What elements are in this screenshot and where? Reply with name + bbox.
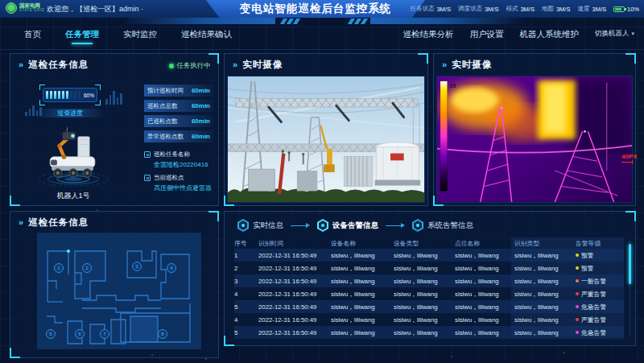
panel-header: » 巡检任务信息 bbox=[10, 212, 218, 233]
current-point-label: 当前巡检点 bbox=[154, 174, 184, 182]
table-row[interactable]: 3 2022-12-31 16:50:49 sisiwu，liliwang si… bbox=[234, 274, 624, 287]
alarm-level-cell: 预警 bbox=[576, 251, 624, 260]
current-point-value: 高压侧中性点避雷器 bbox=[154, 184, 217, 192]
nav-right-group: 巡检结果分析 用户设置 机器人系统维护 切换机器人 ▾ bbox=[402, 18, 634, 50]
table-cell: sisiwu，liliwang bbox=[331, 303, 394, 311]
scrollbar-thumb[interactable] bbox=[629, 244, 631, 284]
chevron-down-icon: ▾ bbox=[631, 31, 634, 37]
robot-name: 机器人1号 bbox=[22, 191, 125, 201]
nav-slashes-right bbox=[349, 19, 366, 24]
top-header-bar: 国家电网 STATE GRID 欢迎您，【巡检一区】admin · 变电站智能巡… bbox=[0, 0, 644, 18]
nav-item-robot-maintenance[interactable]: 机器人系统维护 bbox=[519, 18, 579, 50]
nav-item-home[interactable]: 首页 bbox=[24, 18, 41, 50]
panel-title: 实时摄像 bbox=[242, 59, 283, 71]
table-row[interactable]: 4 2022-12-31 16:50:49 sisiwu，liliwang si… bbox=[234, 313, 624, 326]
battery-percent: 10% bbox=[627, 6, 639, 13]
table-row[interactable]: 4 2022-12-31 16:50:49 sisiwu，liliwang si… bbox=[234, 287, 624, 300]
nav-item-result-analysis[interactable]: 巡检结果分析 bbox=[402, 18, 453, 50]
table-cell: 2 bbox=[234, 265, 258, 272]
stat-row: 异常巡检点数 60min bbox=[144, 130, 213, 142]
battery-icon bbox=[613, 6, 625, 12]
status-item: 模式 3M/S bbox=[506, 5, 535, 13]
clipboard-icon bbox=[144, 151, 151, 158]
alarm-level-cell: 严重告警 bbox=[576, 290, 624, 299]
camera-feed-thermal: 29 bbox=[436, 76, 633, 203]
tab-system-alarm-info[interactable]: 系统告警信息 bbox=[412, 219, 473, 232]
table-cell: 2022-12-31 16:50:49 bbox=[258, 303, 331, 311]
tab-device-alarm-info[interactable]: 设备告警信息 bbox=[317, 219, 378, 232]
thermal-camera-panel: » 实时摄像 bbox=[433, 53, 636, 206]
hexagon-icon bbox=[412, 219, 423, 232]
nav-item-realtime-monitor[interactable]: 实时监控 bbox=[123, 18, 157, 50]
nav-item-task-management[interactable]: 任务管理 bbox=[65, 18, 99, 50]
alarm-level-dot bbox=[576, 279, 579, 283]
alarm-level-cell: 危急告警 bbox=[576, 303, 624, 311]
table-cell: sisiwu，liliwang bbox=[514, 328, 576, 337]
table-cell: sisiwu，liliwang bbox=[331, 316, 394, 324]
task-name-row: 巡检任务名称 全面巡检20220416 bbox=[144, 151, 217, 169]
table-cell: sisiwu，liliwang bbox=[514, 316, 576, 324]
alarm-level-dot bbox=[576, 318, 579, 321]
state-grid-logo-icon bbox=[6, 2, 17, 14]
robot-position-dot bbox=[67, 250, 70, 253]
battery-status: 10% bbox=[613, 6, 639, 13]
table-header-row: 序号 识别时间 设备名称 设备类型 点位名称 识别类型 告警等级 bbox=[234, 237, 624, 249]
task-status-badge: 任务执行中 bbox=[169, 61, 212, 71]
task-stats: 预计巡检时间 60min 巡检点总数 60min 已巡检点数 60min 异常巡… bbox=[144, 85, 213, 146]
table-cell: sisiwu，liliwang bbox=[331, 251, 394, 260]
design-annotation-line bbox=[621, 162, 633, 163]
alarm-level-dot bbox=[576, 292, 579, 295]
table-cell: sisiwu，liliwang bbox=[331, 290, 394, 299]
nav-item-user-settings[interactable]: 用户设置 bbox=[469, 18, 503, 50]
tab-realtime-info[interactable]: 实时信息 bbox=[237, 219, 283, 232]
chevrons-right-icon: » bbox=[442, 60, 447, 69]
alarm-level-cell: 危急告警 bbox=[576, 328, 624, 337]
chevrons-right-icon: » bbox=[19, 60, 23, 69]
welcome-text: 欢迎您，【巡检一区】admin · bbox=[47, 0, 143, 18]
task-name-value: 全面巡检20220416 bbox=[154, 160, 217, 169]
stat-row: 预计巡检时间 60min bbox=[144, 85, 213, 97]
alarm-level-cell: 一般告警 bbox=[576, 277, 624, 286]
table-cell: 2022-12-31 16:50:49 bbox=[258, 252, 331, 259]
table-cell: sisiwu，liliwang bbox=[331, 264, 394, 273]
table-row[interactable]: 2 2022-12-31 16:50:49 sisiwu，liliwang si… bbox=[234, 262, 624, 274]
table-cell: sisiwu，liliwang bbox=[455, 290, 514, 299]
table-row[interactable]: 1 2022-12-31 16:50:49 sisiwu，liliwang si… bbox=[234, 249, 624, 262]
camera-feed-photo bbox=[227, 76, 425, 203]
state-grid-logo-text: 国家电网 STATE GRID bbox=[19, 3, 44, 13]
alarm-level-dot bbox=[576, 305, 579, 308]
table-cell: sisiwu，liliwang bbox=[394, 303, 455, 311]
robot-switcher-dropdown[interactable]: 切换机器人 ▾ bbox=[595, 29, 634, 39]
thermal-scale-value: 29 bbox=[450, 83, 456, 89]
task-info-block: 巡检任务名称 全面巡检20220416 当前巡检点 高压侧中性点避雷器 bbox=[144, 151, 217, 197]
table-cell: 4 bbox=[234, 316, 258, 324]
alarm-table: 序号 识别时间 设备名称 设备类型 点位名称 识别类型 告警等级 1 2022-… bbox=[234, 237, 624, 339]
nav-item-inspection-confirm[interactable]: 巡检结果确认 bbox=[181, 18, 232, 50]
status-item: 调度状态 3M/S bbox=[458, 5, 499, 13]
table-cell: sisiwu，liliwang bbox=[394, 251, 455, 260]
table-cell: sisiwu，liliwang bbox=[455, 277, 514, 286]
floorplan-map[interactable]: 1 2 3 4 5 6 7 8 bbox=[37, 233, 201, 349]
table-row[interactable]: 5 2022-12-31 16:50:49 sisiwu，liliwang si… bbox=[234, 300, 624, 313]
table-cell: 2022-12-31 16:50:49 bbox=[258, 265, 331, 272]
table-cell: sisiwu，liliwang bbox=[394, 290, 455, 299]
table-row[interactable]: 5 2022-12-31 16:50:49 sisiwu，liliwang si… bbox=[234, 326, 624, 339]
table-cell: 2022-12-31 16:50:49 bbox=[258, 291, 331, 298]
app-title: 变电站智能巡检后台监控系统 bbox=[240, 2, 392, 16]
current-point-row: 当前巡检点 高压侧中性点避雷器 bbox=[144, 174, 217, 192]
alarm-level-dot bbox=[576, 331, 579, 334]
table-cell: 2022-12-31 16:50:49 bbox=[258, 316, 331, 324]
alarm-level-dot bbox=[576, 254, 579, 257]
progress-percent: 60% bbox=[84, 93, 94, 98]
thermal-scale-bar bbox=[440, 81, 448, 192]
inspection-map-panel: » 巡检任务信息 bbox=[10, 211, 219, 358]
table-cell: sisiwu，liliwang bbox=[455, 316, 514, 324]
table-cell: 3 bbox=[234, 278, 258, 285]
table-cell: sisiwu，liliwang bbox=[455, 303, 514, 311]
header-title-plate: 变电站智能巡检后台监控系统 bbox=[206, 0, 425, 18]
robot-illustration bbox=[22, 113, 125, 191]
panel-title: 巡检任务信息 bbox=[28, 217, 89, 229]
panel-title: 实时摄像 bbox=[452, 59, 492, 71]
table-cell: 5 bbox=[234, 303, 258, 311]
state-grid-logo: 国家电网 STATE GRID bbox=[6, 2, 44, 14]
